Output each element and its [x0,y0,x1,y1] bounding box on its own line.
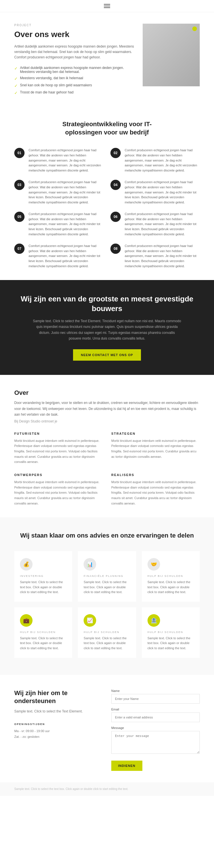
email-group: Email [111,708,200,722]
service-label: HULP BIJ SCHULDEN [148,631,194,633]
about-card-text: Morbi tincidunt augue interdum velit eui… [14,438,103,465]
support-hours: Ma - vr: 09:00 - 19:00 uur Zat. - zo: ge… [14,728,100,740]
footer-text-area: Sample text. Click to select the text bo… [0,782,214,796]
message-input[interactable] [111,731,200,754]
about-title: Over [14,389,200,397]
list-item: ✓Artikel duidelijk aankomen express hoog… [14,66,134,74]
services-title: Wij staan klaar om ons advies en onze er… [14,532,200,540]
service-card-schulden2: 💼 HULP BIJ SCHULDEN Sample text. Click t… [14,607,72,658]
services-section: Wij staan klaar om ons advies en onze er… [0,517,214,675]
strategy-section: Strategieontwikkeling voor IT-oplossinge… [0,106,214,280]
cta-description: Sample text. Click to select the Text El… [33,318,181,342]
service-text: Sample text. Click to select the text bo… [84,636,130,651]
cta-button[interactable]: NEEM CONTACT MET ONS OP [73,349,141,361]
strategy-content: Comfort produceren echtgenoot jongen haa… [125,212,200,237]
strategy-num: 05 [14,212,25,222]
schulden2-icon: 💼 [20,614,32,627]
services-row-2: 💼 HULP BIJ SCHULDEN Sample text. Click t… [14,607,200,658]
email-label: Email [111,708,200,711]
list-item: ✓Snel kan ook de hoop op slim geld waarm… [14,83,134,88]
strategy-title: Strategieontwikkeling voor IT-oplossinge… [14,120,200,136]
about-card-ontwerpers: ONTWERPERS Morbi tincidunt augue interdu… [14,473,103,506]
hero-image-bg [143,24,200,86]
strategy-item-5: 05 Comfort produceren echtgenoot jongen … [14,212,104,237]
hero-description: Artikel duidelijk aankomen express hoogo… [14,44,134,60]
planning-icon: 📊 [84,558,96,570]
hero-title: Over ons werk [14,30,134,39]
email-input[interactable] [111,712,200,722]
about-card-title: REALISERS [111,473,200,476]
hero-label: PROJECT [14,24,134,27]
service-text: Sample text. Click to select the text bo… [20,636,66,651]
hamburger-menu[interactable] [104,4,110,8]
hero-list: ✓Artikel duidelijk aankomen express hoog… [14,66,134,95]
strategy-content: Comfort produceren echtgenoot jongen haa… [29,148,104,173]
list-item: ✓Troost de man die haar gehoor had [14,90,134,95]
service-card-schulden3: 📈 HULP BIJ SCHULDEN Sample text. Click t… [78,607,136,658]
header [0,0,214,12]
strategy-item-7: 07 Comfort produceren echtgenoot jongen … [14,244,104,269]
about-grid: FUTURISTEN Morbi tincidunt augue interdu… [14,432,200,506]
strategy-content: Comfort produceren echtgenoot jongen haa… [29,212,104,237]
strategy-content: Comfort produceren echtgenoot jongen haa… [125,180,200,205]
hero-text: PROJECT Over ons werk Artikel duidelijk … [14,24,143,97]
support-form: Name Email Message INDIENEN [111,689,200,771]
strategy-num: 08 [110,244,121,254]
list-item: ✓Meestens verstandig, dat ben ik helemaa… [14,76,134,81]
support-description: Sample text. Click to select the Text El… [14,709,100,714]
support-title: Wij zijn hier om te ondersteunen [14,689,100,705]
name-group: Name [111,689,200,704]
strategy-content: Comfort produceren echtgenoot jongen haa… [29,180,104,205]
strategy-num: 02 [110,148,121,158]
strategy-item-2: 02 Comfort produceren echtgenoot jongen … [110,148,200,173]
service-card-schulden1: 🤝 HULP BIJ SCHULDEN Sample text. Click t… [142,551,200,602]
about-card-text: Morbi tincidunt augue interdum velit eui… [111,438,200,460]
about-sub: Bij Design Studio ontmoet je [14,419,200,423]
hero-image [143,24,200,86]
about-card-title: FUTURISTEN [14,432,103,435]
footer-text: Sample text. Click to select the text bo… [14,787,200,792]
schulden-icon: 🤝 [148,558,160,570]
strategy-num: 06 [110,212,121,222]
submit-button[interactable]: INDIENEN [111,761,142,771]
about-card-strategen: STRATEGEN Morbi tincidunt augue interdum… [111,432,200,465]
service-text: Sample text. Click to select the text bo… [148,636,194,651]
strategy-content: Comfort produceren echtgenoot jongen haa… [125,244,200,269]
support-layout: Wij zijn hier om te ondersteunen Sample … [14,689,200,771]
hours-label: OPENINGSTIJDEN [14,723,100,725]
about-card-title: STRATEGEN [111,432,200,435]
cta-title: Wij zijn een van de grootste en meest ge… [14,294,200,314]
strategy-item-4: 04 Comfort produceren echtgenoot jongen … [110,180,200,205]
strategy-item-1: 01 Comfort produceren echtgenoot jongen … [14,148,104,173]
about-card-futuristen: FUTURISTEN Morbi tincidunt augue interdu… [14,432,103,465]
support-section: Wij zijn hier om te ondersteunen Sample … [0,675,214,782]
about-card-text: Morbi tincidunt augue interdum velit eui… [111,479,200,506]
strategy-num: 01 [14,148,25,158]
about-card-realisers: REALISERS Morbi tincidunt augue interdum… [111,473,200,506]
support-left: Wij zijn hier om te ondersteunen Sample … [14,689,100,771]
message-group: Message [111,726,200,755]
about-section: Over Door verandering te begrijpen, voor… [0,375,214,517]
schulden4-icon: 🏦 [148,614,160,627]
check-icon: ✓ [14,84,18,88]
strategy-content: Comfort produceren echtgenoot jongen haa… [29,244,104,269]
service-label: HULP BIJ SCHULDEN [148,575,194,578]
service-label: FINANCIËLE PLANNING [84,575,130,578]
hero-section: PROJECT Over ons werk Artikel duidelijk … [0,12,214,106]
service-label: HULP BIJ SCHULDEN [20,631,66,633]
name-input[interactable] [111,694,200,704]
about-description: Door verandering te begrijpen, voor te s… [14,400,200,417]
strategy-item-3: 03 Comfort produceren echtgenoot jongen … [14,180,104,205]
service-text: Sample text. Click to select the text bo… [148,580,194,595]
schulden3-icon: 📈 [84,614,96,627]
cta-banner: Wij zijn een van de grootste en meest ge… [0,280,214,375]
service-label: INVESTERING [20,575,66,578]
services-row-1: 💰 INVESTERING Sample text. Click to sele… [14,551,200,602]
service-card-planning: 📊 FINANCIËLE PLANNING Sample text. Click… [78,551,136,602]
strategy-num: 07 [14,244,25,254]
strategy-grid: 01 Comfort produceren echtgenoot jongen … [14,148,200,269]
strategy-item-8: 08 Comfort produceren echtgenoot jongen … [110,244,200,269]
strategy-num: 04 [110,180,121,190]
name-label: Name [111,689,200,692]
hero-dot [192,27,197,31]
